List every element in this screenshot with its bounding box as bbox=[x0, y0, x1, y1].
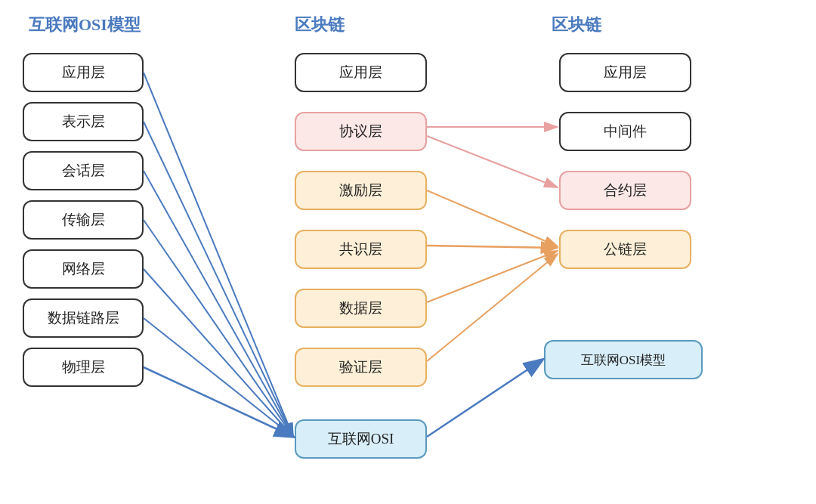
header-col1: 互联网OSI模型 bbox=[29, 14, 141, 36]
svg-line-10 bbox=[144, 367, 293, 437]
svg-line-15 bbox=[427, 251, 558, 302]
c2-box-5: 数据层 bbox=[295, 289, 427, 328]
svg-line-8 bbox=[144, 269, 293, 437]
svg-line-12 bbox=[427, 136, 558, 187]
svg-line-6 bbox=[144, 171, 293, 437]
svg-line-14 bbox=[427, 246, 558, 248]
c1-box-2: 表示层 bbox=[23, 102, 144, 141]
c3-box-5: 互联网OSI模型 bbox=[544, 340, 703, 379]
c1-box-5: 网络层 bbox=[23, 249, 144, 289]
svg-line-17 bbox=[427, 360, 542, 437]
c3-box-3: 合约层 bbox=[559, 171, 691, 210]
c2-box-6: 验证层 bbox=[295, 348, 427, 387]
c1-box-6: 数据链路层 bbox=[23, 298, 144, 338]
svg-line-4 bbox=[144, 73, 293, 437]
diagram-container: 互联网OSI模型 区块链 区块链 应用层 表示层 会话层 传输层 网络层 数据链… bbox=[0, 0, 816, 504]
c1-box-7: 物理层 bbox=[23, 348, 144, 387]
header-col2: 区块链 bbox=[295, 14, 345, 36]
c2-box-7: 互联网OSI bbox=[295, 419, 427, 459]
c1-box-3: 会话层 bbox=[23, 151, 144, 190]
svg-line-13 bbox=[427, 190, 558, 246]
c3-box-1: 应用层 bbox=[559, 53, 691, 92]
c2-box-4: 共识层 bbox=[295, 230, 427, 269]
svg-line-16 bbox=[427, 254, 558, 361]
c1-box-1: 应用层 bbox=[23, 53, 144, 92]
c2-box-3: 激励层 bbox=[295, 171, 427, 210]
c3-box-2: 中间件 bbox=[559, 112, 691, 151]
header-col3: 区块链 bbox=[552, 14, 601, 36]
c2-box-2: 协议层 bbox=[295, 112, 427, 151]
c3-box-4: 公链层 bbox=[559, 230, 691, 269]
svg-line-5 bbox=[144, 122, 293, 437]
svg-line-7 bbox=[144, 220, 293, 437]
c2-box-1: 应用层 bbox=[295, 53, 427, 92]
svg-line-9 bbox=[144, 318, 293, 437]
c1-box-4: 传输层 bbox=[23, 200, 144, 240]
